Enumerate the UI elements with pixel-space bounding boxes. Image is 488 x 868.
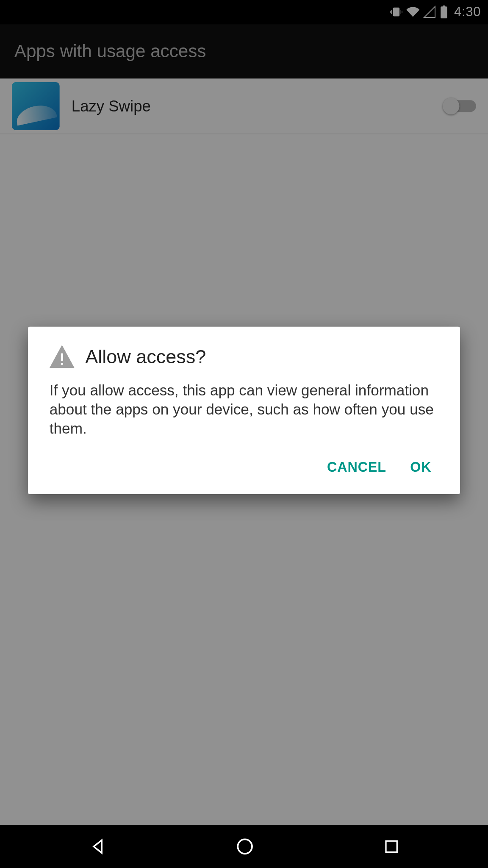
home-button[interactable] — [236, 837, 255, 856]
warning-icon — [50, 345, 75, 368]
ok-button[interactable]: OK — [410, 459, 431, 475]
svg-rect-1 — [386, 841, 397, 852]
dialog-body-text: If you allow access, this app can view g… — [28, 374, 460, 449]
dialog-title: Allow access? — [85, 345, 206, 367]
allow-access-dialog: Allow access? If you allow access, this … — [28, 327, 460, 494]
back-button[interactable] — [88, 837, 107, 856]
cancel-button[interactable]: CANCEL — [327, 459, 386, 475]
svg-point-0 — [238, 839, 252, 854]
recents-button[interactable] — [383, 838, 400, 855]
navigation-bar — [0, 825, 488, 868]
